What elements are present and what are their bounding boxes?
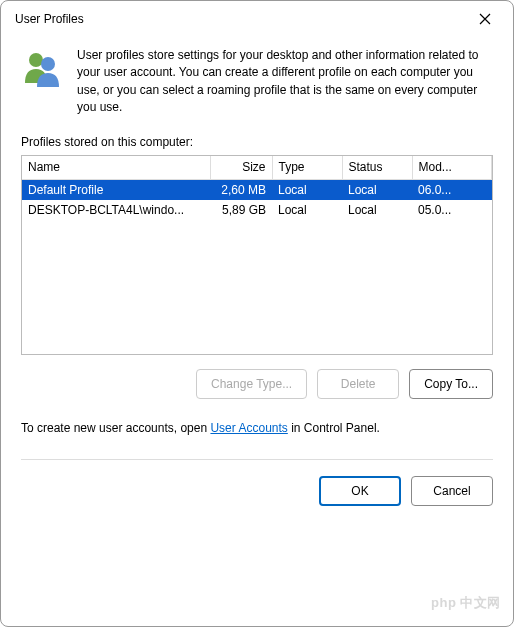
col-size[interactable]: Size — [210, 156, 272, 180]
profiles-table: Name Size Type Status Mod... Default Pro… — [22, 156, 492, 220]
delete-button: Delete — [317, 369, 399, 399]
dialog-content: User profiles store settings for your de… — [1, 37, 513, 626]
ok-button[interactable]: OK — [319, 476, 401, 506]
profile-actions: Change Type... Delete Copy To... — [21, 369, 493, 399]
cell-status: Local — [342, 200, 412, 220]
dialog-title: User Profiles — [15, 12, 465, 26]
cell-status: Local — [342, 179, 412, 200]
col-type[interactable]: Type — [272, 156, 342, 180]
cell-size: 2,60 MB — [210, 179, 272, 200]
close-button[interactable] — [465, 5, 505, 33]
cell-modified: 06.0... — [412, 179, 492, 200]
profiles-table-container: Name Size Type Status Mod... Default Pro… — [21, 155, 493, 355]
hint-prefix: To create new user accounts, open — [21, 421, 210, 435]
cell-type: Local — [272, 179, 342, 200]
change-type-button: Change Type... — [196, 369, 307, 399]
table-row[interactable]: DESKTOP-BCLTA4L\windo... 5,89 GB Local L… — [22, 200, 492, 220]
user-accounts-link[interactable]: User Accounts — [210, 421, 287, 435]
hint-text: To create new user accounts, open User A… — [21, 421, 493, 435]
separator — [21, 459, 493, 460]
users-icon — [21, 47, 63, 117]
table-row[interactable]: Default Profile 2,60 MB Local Local 06.0… — [22, 179, 492, 200]
cell-size: 5,89 GB — [210, 200, 272, 220]
user-profiles-dialog: User Profiles User profiles store settin… — [0, 0, 514, 627]
intro-description: User profiles store settings for your de… — [77, 47, 493, 117]
svg-point-1 — [41, 57, 55, 71]
col-status[interactable]: Status — [342, 156, 412, 180]
col-modified[interactable]: Mod... — [412, 156, 492, 180]
copy-to-button[interactable]: Copy To... — [409, 369, 493, 399]
footer-buttons: OK Cancel — [21, 476, 493, 512]
svg-point-0 — [29, 53, 43, 67]
intro-section: User profiles store settings for your de… — [21, 47, 493, 117]
hint-suffix: in Control Panel. — [288, 421, 380, 435]
section-label: Profiles stored on this computer: — [21, 135, 493, 149]
cell-modified: 05.0... — [412, 200, 492, 220]
titlebar: User Profiles — [1, 1, 513, 37]
cell-name: Default Profile — [22, 179, 210, 200]
table-header-row: Name Size Type Status Mod... — [22, 156, 492, 180]
cell-name: DESKTOP-BCLTA4L\windo... — [22, 200, 210, 220]
col-name[interactable]: Name — [22, 156, 210, 180]
cancel-button[interactable]: Cancel — [411, 476, 493, 506]
close-icon — [479, 13, 491, 25]
cell-type: Local — [272, 200, 342, 220]
